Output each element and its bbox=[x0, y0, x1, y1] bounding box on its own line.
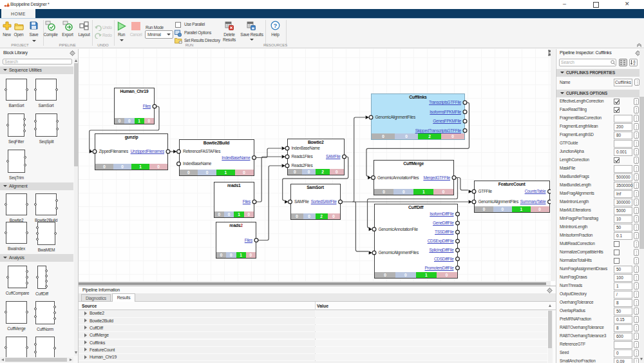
svg-text:Z: Z bbox=[634, 63, 636, 65]
